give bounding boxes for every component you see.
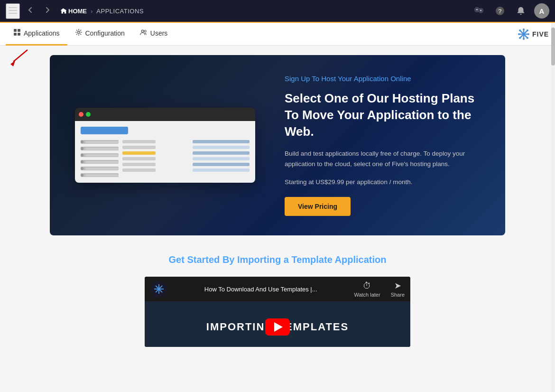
chat-button[interactable] bbox=[472, 3, 487, 19]
svg-point-18 bbox=[141, 30, 144, 32]
svg-point-19 bbox=[144, 30, 146, 32]
svg-rect-16 bbox=[18, 33, 20, 36]
get-started-title: Get Started By Importing a Template Appl… bbox=[50, 254, 505, 265]
browser-sidebar bbox=[81, 140, 119, 177]
browser-content bbox=[75, 121, 255, 183]
breadcrumb-current: APPLICATIONS bbox=[96, 8, 144, 15]
svg-rect-2 bbox=[9, 13, 17, 14]
watch-later-action[interactable]: ⏱ Watch later bbox=[354, 281, 380, 298]
scrollbar-thumb[interactable] bbox=[551, 28, 555, 65]
svg-point-29 bbox=[527, 37, 528, 39]
browser-right-panel bbox=[193, 140, 250, 177]
svg-point-25 bbox=[523, 38, 525, 40]
video-title: How To Download And Use Templates |... bbox=[172, 286, 349, 293]
notifications-button[interactable] bbox=[513, 3, 528, 19]
svg-point-24 bbox=[523, 28, 525, 30]
banner-right: Sign Up To Host Your Application Online … bbox=[275, 56, 505, 235]
browser-mockup bbox=[75, 108, 255, 183]
five-logo: FIVE bbox=[516, 28, 549, 41]
sub-navbar: Applications Configuration Users bbox=[0, 23, 555, 46]
get-started-section: Get Started By Importing a Template Appl… bbox=[50, 254, 505, 347]
hosting-banner: Sign Up To Host Your Application Online … bbox=[50, 55, 505, 235]
svg-rect-1 bbox=[9, 10, 17, 11]
video-header: How To Download And Use Templates |... ⏱… bbox=[145, 277, 410, 301]
banner-pricing: Starting at US$29.99 per application / m… bbox=[285, 178, 486, 186]
share-icon: ➤ bbox=[394, 280, 401, 291]
video-channel-icon bbox=[150, 280, 167, 298]
applications-icon bbox=[13, 28, 21, 38]
users-label: Users bbox=[150, 29, 168, 37]
forward-button[interactable] bbox=[41, 4, 54, 18]
view-pricing-button[interactable]: View Pricing bbox=[285, 197, 351, 216]
menu-icon[interactable] bbox=[6, 3, 20, 19]
back-button[interactable] bbox=[24, 4, 37, 18]
share-action[interactable]: ➤ Share bbox=[391, 280, 405, 298]
navbar-right: ? A bbox=[472, 3, 549, 19]
browser-body bbox=[81, 140, 250, 177]
svg-rect-15 bbox=[14, 33, 17, 36]
video-thumbnail[interactable]: IMPORTING TEMPLATES bbox=[145, 301, 410, 347]
scrollbar[interactable] bbox=[551, 23, 555, 392]
browser-topbar bbox=[81, 127, 128, 134]
help-button[interactable]: ? bbox=[492, 3, 508, 19]
nav-users[interactable]: Users bbox=[132, 23, 176, 46]
banner-subtitle: Sign Up To Host Your Application Online bbox=[285, 75, 486, 83]
breadcrumb-home-label: HOME bbox=[68, 8, 87, 15]
breadcrumb-separator: › bbox=[91, 8, 92, 15]
watch-later-icon: ⏱ bbox=[363, 281, 371, 291]
applications-label: Applications bbox=[24, 29, 60, 37]
play-button[interactable] bbox=[265, 318, 290, 336]
svg-text:?: ? bbox=[498, 8, 502, 15]
video-container[interactable]: How To Download And Use Templates |... ⏱… bbox=[145, 277, 410, 347]
main-content: Sign Up To Host Your Application Online … bbox=[0, 46, 555, 392]
configuration-icon bbox=[75, 28, 83, 38]
banner-title: Select One of Our Hosting Plans To Move … bbox=[285, 90, 486, 140]
svg-point-28 bbox=[519, 29, 521, 31]
nav-applications[interactable]: Applications bbox=[6, 23, 67, 46]
svg-text:FIVE: FIVE bbox=[532, 30, 549, 38]
svg-point-17 bbox=[77, 31, 80, 34]
svg-point-26 bbox=[518, 33, 520, 35]
configuration-label: Configuration bbox=[85, 29, 125, 37]
users-icon bbox=[140, 28, 148, 38]
svg-point-27 bbox=[527, 33, 529, 35]
top-navbar: HOME › APPLICATIONS ? bbox=[0, 0, 555, 23]
avatar-label: A bbox=[539, 7, 545, 15]
user-avatar[interactable]: A bbox=[534, 3, 549, 19]
nav-configuration[interactable]: Configuration bbox=[67, 23, 132, 46]
browser-main-area bbox=[122, 140, 189, 177]
play-triangle-icon bbox=[274, 322, 283, 332]
svg-point-30 bbox=[527, 29, 528, 31]
svg-rect-14 bbox=[18, 29, 20, 32]
watch-later-label: Watch later bbox=[354, 292, 380, 298]
svg-point-8 bbox=[480, 9, 482, 11]
banner-description: Build and test applications locally free… bbox=[285, 149, 486, 169]
svg-rect-13 bbox=[14, 29, 17, 32]
breadcrumb-home[interactable]: HOME bbox=[60, 8, 87, 15]
dot-red bbox=[79, 112, 83, 117]
svg-point-7 bbox=[476, 9, 478, 10]
share-label: Share bbox=[391, 292, 405, 298]
breadcrumb: HOME › APPLICATIONS bbox=[60, 8, 144, 15]
svg-rect-0 bbox=[9, 7, 17, 8]
banner-left bbox=[50, 93, 275, 197]
dot-green bbox=[86, 112, 91, 117]
browser-titlebar bbox=[75, 108, 255, 121]
svg-point-31 bbox=[519, 37, 521, 39]
